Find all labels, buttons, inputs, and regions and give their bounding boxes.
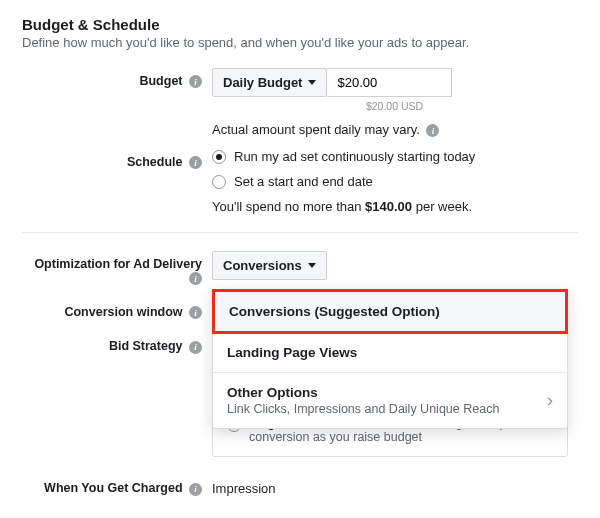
dropdown-option-lpv[interactable]: Landing Page Views	[213, 333, 567, 373]
dropdown-option-conversions[interactable]: Conversions (Suggested Option)	[212, 289, 568, 334]
info-icon[interactable]: i	[189, 306, 202, 319]
caret-down-icon	[308, 80, 316, 85]
schedule-option-startend[interactable]: Set a start and end date	[212, 174, 578, 189]
radio-checked-icon	[212, 150, 226, 164]
section-title: Budget & Schedule	[22, 16, 578, 33]
optimization-dropdown: Conversions (Suggested Option) Landing P…	[212, 289, 568, 429]
budget-schedule-section: Budget & Schedule Define how much you'd …	[0, 0, 600, 518]
info-icon[interactable]: i	[426, 124, 439, 137]
budget-label: Budget i	[22, 68, 212, 88]
charged-label: When You Get Charged i	[22, 475, 212, 495]
schedule-option-continuous[interactable]: Run my ad set continuously starting toda…	[212, 149, 578, 164]
info-icon[interactable]: i	[189, 483, 202, 496]
budget-row: Budget i Daily Budget $20.00 USD Actual …	[22, 68, 578, 137]
bid-strategy-label: Bid Strategy i	[22, 333, 212, 353]
budget-note: Actual amount spent daily may vary. i	[212, 122, 578, 137]
info-icon[interactable]: i	[189, 75, 202, 88]
budget-amount-input[interactable]	[327, 68, 452, 97]
weekly-spend-note: You'll spend no more than $140.00 per we…	[212, 199, 578, 214]
section-subtitle: Define how much you'd like to spend, and…	[22, 35, 578, 50]
schedule-row: Schedule i Run my ad set continuously st…	[22, 149, 578, 214]
schedule-label: Schedule i	[22, 149, 212, 169]
budget-amount-sub: $20.00 USD	[332, 100, 457, 112]
info-icon[interactable]: i	[189, 341, 202, 354]
divider	[22, 232, 578, 233]
optimization-select[interactable]: Conversions	[212, 251, 327, 280]
conversion-window-label: Conversion window i	[22, 299, 212, 319]
caret-down-icon	[308, 263, 316, 268]
budget-type-select[interactable]: Daily Budget	[212, 68, 327, 97]
optimization-label: Optimization for Ad Delivery i	[22, 251, 212, 285]
radio-unchecked-icon	[212, 175, 226, 189]
info-icon[interactable]: i	[189, 156, 202, 169]
dropdown-option-other[interactable]: Other Options Link Clicks, Impressions a…	[213, 373, 567, 428]
info-icon[interactable]: i	[189, 272, 202, 285]
optimization-row: Optimization for Ad Delivery i Conversio…	[22, 251, 578, 285]
charged-row: When You Get Charged i Impression	[22, 475, 578, 496]
chevron-right-icon: ›	[547, 390, 553, 411]
charged-value: Impression	[212, 475, 578, 496]
